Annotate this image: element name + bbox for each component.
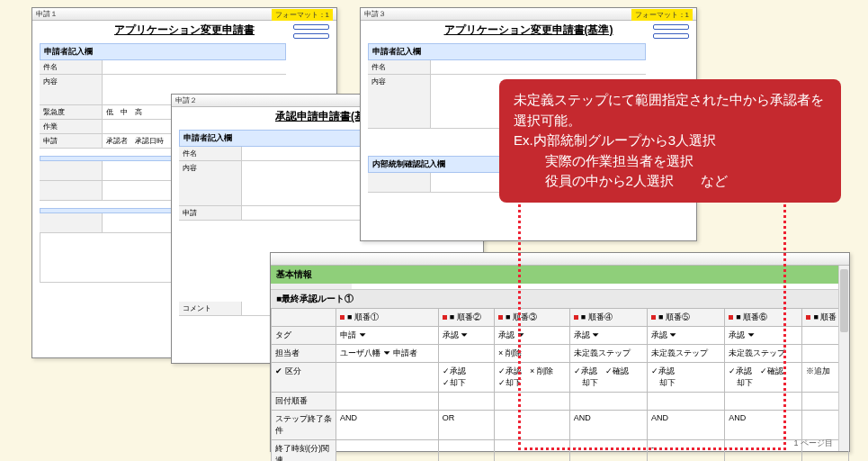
route-title-bar: ■最終承認ルート① xyxy=(271,290,849,308)
window-header: 申請３ フォーマット：1 xyxy=(361,8,696,21)
table-cell[interactable] xyxy=(336,440,439,462)
table-cell[interactable]: ユーザ八幡 ⏷ 申請者 xyxy=(336,345,439,363)
format-label xyxy=(271,284,352,289)
red-dot-icon xyxy=(340,315,345,320)
window-header xyxy=(271,253,849,266)
row-header: ステップ終了条件 xyxy=(272,411,336,440)
table-cell[interactable] xyxy=(725,393,802,411)
table-cell[interactable]: 承認 ⏷ xyxy=(438,327,494,345)
route-window: 基本情報 ■最終承認ルート① ■ 順番① ■ 順番② ■ 順番③ ■ 順番④ ■… xyxy=(270,252,850,452)
submit-button[interactable] xyxy=(293,33,329,39)
row-header: 回付順番 xyxy=(272,393,336,411)
callout-line: Ex.内部統制グループから3人選択 xyxy=(514,131,827,151)
close-button[interactable] xyxy=(293,24,329,30)
table-cell[interactable]: - xyxy=(725,440,802,462)
window-header-text: 申請２ xyxy=(175,96,197,104)
table-cell[interactable]: 承認 ⏷ xyxy=(725,327,802,345)
table-header-row: ■ 順番① ■ 順番② ■ 順番③ ■ 順番④ ■ 順番⑤ ■ 順番⑥ ■ 順番 xyxy=(272,309,849,327)
page-indicator: 1 ページ目 xyxy=(793,438,833,449)
table-cell[interactable] xyxy=(495,393,570,411)
format-value xyxy=(352,284,849,289)
row-header: タグ xyxy=(272,327,336,345)
row-header: ✔ 区分 xyxy=(272,363,336,393)
table-cell[interactable]: × 削除 xyxy=(495,345,570,363)
table-cell[interactable]: AND xyxy=(336,411,439,440)
table-row: 回付順番 xyxy=(272,393,849,411)
section-applicant: 申請者記入欄 xyxy=(40,43,286,60)
scrollbar-thumb[interactable] xyxy=(840,269,848,332)
red-dot-icon xyxy=(498,315,503,320)
format-tag: フォーマット：1 xyxy=(631,9,693,21)
table-cell[interactable] xyxy=(336,363,439,393)
callout-tooltip: 未定義ステップにて範囲指定された中から承認者を選択可能。 Ex.内部統制グループ… xyxy=(499,79,841,203)
row: 件名 xyxy=(40,60,286,75)
table-cell[interactable] xyxy=(438,440,494,462)
close-button[interactable] xyxy=(653,24,689,30)
table-cell[interactable] xyxy=(647,393,724,411)
table-row: タグ申請 ⏷承認 ⏷承認 ⏷承認 ⏷承認 ⏷承認 ⏷ xyxy=(272,327,849,345)
window-header-text: 申請３ xyxy=(364,10,386,18)
window-header: 申請１ フォーマット：1 xyxy=(32,8,336,21)
callout-line: 未定義ステップにて範囲指定された中から承認者を選択可能。 xyxy=(514,90,827,131)
red-dot-icon xyxy=(729,315,733,320)
red-dot-icon xyxy=(443,315,447,320)
row-header: 担当者 xyxy=(272,345,336,363)
back-button[interactable] xyxy=(653,33,689,39)
red-dot-icon xyxy=(651,315,656,320)
table-cell[interactable]: ✓承認 ✓確認 却下 xyxy=(569,363,647,393)
format-tag: フォーマット：1 xyxy=(272,9,333,21)
table-row: ✔ 区分✓承認 ✓却下✓承認 × 削除 ✓却下✓承認 ✓確認 却下✓承認 却下✓… xyxy=(272,363,849,393)
approval-route-table: ■ 順番① ■ 順番② ■ 順番③ ■ 順番④ ■ 順番⑤ ■ 順番⑥ ■ 順番… xyxy=(271,308,849,461)
table-cell[interactable]: 承認 ⏷ xyxy=(647,327,724,345)
row: 件名 xyxy=(368,60,646,75)
table-cell[interactable]: ✓承認 ✓却下 xyxy=(438,363,494,393)
table-cell[interactable]: 承認 ⏷ xyxy=(569,327,647,345)
red-dot-icon xyxy=(574,315,578,320)
table-cell[interactable]: ✓承認 ✓確認 却下 xyxy=(725,363,802,393)
red-dot-icon xyxy=(806,315,810,320)
table-cell[interactable]: ✓承認 却下 xyxy=(647,363,724,393)
table-cell[interactable] xyxy=(336,393,439,411)
table-cell[interactable]: - xyxy=(569,440,647,462)
table-cell[interactable]: AND xyxy=(569,411,647,440)
table-cell[interactable]: ✓承認 × 削除 ✓却下 xyxy=(495,363,570,393)
table-cell[interactable] xyxy=(495,411,570,440)
table-cell[interactable] xyxy=(569,393,647,411)
table-cell[interactable]: 未定義ステップ xyxy=(725,345,802,363)
scrollbar[interactable] xyxy=(838,266,849,451)
table-cell[interactable] xyxy=(438,345,494,363)
table-cell[interactable]: 未定義ステップ xyxy=(569,345,647,363)
basic-info-bar: 基本情報 xyxy=(271,266,849,284)
table-row: 終了時刻(分)関連--- xyxy=(272,440,849,462)
table-cell[interactable]: - xyxy=(647,440,724,462)
table-cell[interactable]: 未定義ステップ xyxy=(647,345,724,363)
table-cell[interactable]: 承認 ⏷ xyxy=(495,327,570,345)
window-header-text: 申請１ xyxy=(36,10,58,18)
table-row: 担当者ユーザ八幡 ⏷ 申請者× 削除未定義ステップ未定義ステップ未定義ステップ xyxy=(272,345,849,363)
table-cell[interactable]: 申請 ⏷ xyxy=(336,327,439,345)
table-row: ステップ終了条件ANDORANDANDAND xyxy=(272,411,849,440)
table-cell[interactable]: AND xyxy=(647,411,724,440)
table-cell[interactable]: OR xyxy=(438,411,494,440)
table-cell[interactable]: AND xyxy=(725,411,802,440)
table-cell[interactable] xyxy=(495,440,570,462)
section-applicant: 申請者記入欄 xyxy=(368,43,646,60)
form-title: アプリケーション変更申請書(基準) xyxy=(361,21,696,40)
callout-line: 役員の中から2人選択 など xyxy=(514,171,827,192)
callout-line: 実際の作業担当者を選択 xyxy=(514,151,827,172)
table-cell[interactable] xyxy=(438,393,494,411)
row-header: 終了時刻(分)関連 xyxy=(272,440,336,462)
